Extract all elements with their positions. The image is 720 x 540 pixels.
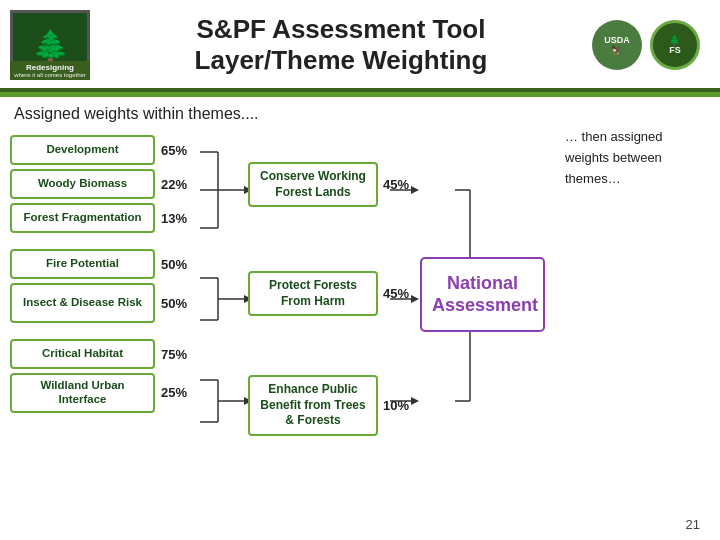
- fire-potential-pct: 50%: [161, 257, 199, 272]
- item-critical-habitat: Critical Habitat 75%: [10, 339, 210, 369]
- tree-icon: 🌲: [32, 28, 69, 63]
- item-forest-fragmentation: Forest Fragmentation 13%: [10, 203, 210, 233]
- fs-logo: 🌲FS: [650, 20, 700, 70]
- enhance-label: Enhance Public Benefit from Trees & Fore…: [248, 375, 378, 436]
- protect-label: Protect Forests From Harm: [248, 271, 378, 316]
- wildland-urban-pct: 25%: [161, 385, 199, 400]
- item-development: Development 65%: [10, 135, 210, 165]
- critical-habitat-pct: 75%: [161, 347, 199, 362]
- development-pct: 65%: [161, 143, 199, 158]
- woody-biomass-label: Woody Biomass: [10, 169, 155, 199]
- page-title: S&PF Assessment Tool Layer/Theme Weighti…: [90, 14, 592, 76]
- woody-biomass-pct: 22%: [161, 177, 199, 192]
- then-assigned-text: … then assigned weights between themes…: [565, 127, 710, 189]
- development-label: Development: [10, 135, 155, 165]
- header: 🌲 Redesigning where it all comes togethe…: [0, 0, 720, 92]
- page-number: 21: [686, 517, 700, 532]
- logo-area: 🌲 Redesigning where it all comes togethe…: [10, 10, 90, 80]
- item-insect-disease: Insect & Disease Risk 50%: [10, 283, 210, 323]
- national-assessment-box: National Assessment: [420, 257, 545, 332]
- left-items-panel: Development 65% Woody Biomass 22% Forest…: [10, 127, 210, 497]
- critical-habitat-label: Critical Habitat: [10, 339, 155, 369]
- insect-disease-pct: 50%: [161, 296, 199, 311]
- item-woody-biomass: Woody Biomass 22%: [10, 169, 210, 199]
- forest-fragmentation-pct: 13%: [161, 211, 199, 226]
- mid-groups-panel: Conserve Working Forest Lands 45% Protec…: [210, 127, 385, 497]
- insect-disease-label: Insect & Disease Risk: [10, 283, 155, 323]
- wildland-urban-label: Wildland Urban Interface: [10, 373, 155, 413]
- forest-fragmentation-label: Forest Fragmentation: [10, 203, 155, 233]
- conserve-label: Conserve Working Forest Lands: [248, 162, 378, 207]
- agency-logos: USDA🦅 🌲FS: [592, 20, 700, 70]
- item-wildland-urban: Wildland Urban Interface 25%: [10, 373, 210, 413]
- right-panel: … then assigned weights between themes… …: [385, 127, 710, 497]
- item-fire-potential: Fire Potential 50%: [10, 249, 210, 279]
- national-assessment-label: National Assessment: [432, 273, 533, 316]
- subtitle-text: Assigned weights within themes....: [14, 105, 259, 122]
- fire-potential-label: Fire Potential: [10, 249, 155, 279]
- logo-subtitle: Redesigning where it all comes together: [10, 61, 90, 80]
- usda-logo: USDA🦅: [592, 20, 642, 70]
